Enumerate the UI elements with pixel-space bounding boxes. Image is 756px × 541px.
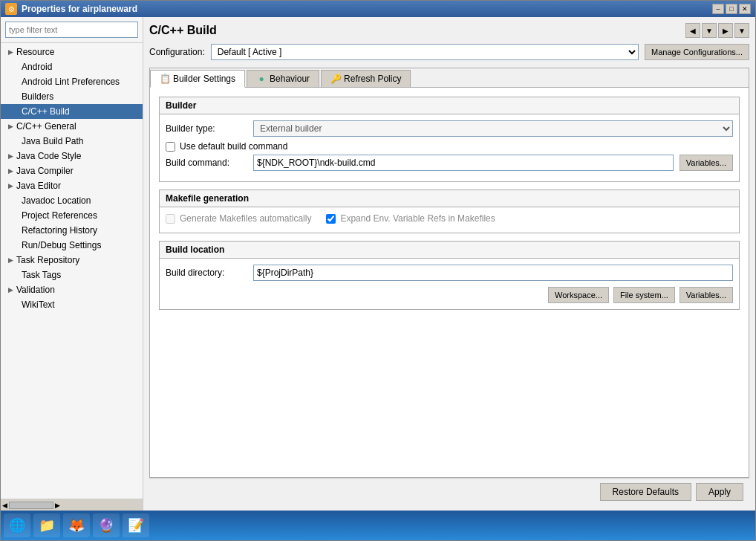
tabs: 📋 Builder Settings ● Behaviour 🔑 Refresh… — [150, 68, 749, 88]
behaviour-icon: ● — [256, 74, 267, 84]
build-dir-input[interactable] — [253, 265, 733, 281]
tab-behaviour[interactable]: ● Behaviour — [247, 70, 319, 87]
sidebar-item-label-java-compiler: Java Compiler — [16, 166, 74, 176]
sidebar-item-label-java-editor: Java Editor — [16, 181, 61, 191]
tab-refresh-policy-label: Refresh Policy — [344, 74, 401, 84]
taskbar-eclipse-icon[interactable]: 🔮 — [93, 514, 120, 537]
sidebar-item-wikitext[interactable]: WikiText — [1, 297, 143, 312]
nav-buttons: ◀ ▼ ▶ ▼ — [685, 23, 749, 38]
forward-dropdown-button[interactable]: ▼ — [734, 23, 749, 38]
main-window: ⚙ Properties for airplaneward – □ ✕ ▶Res… — [0, 0, 756, 541]
taskbar-ie-icon[interactable]: 🌐 — [4, 514, 30, 537]
forward-button[interactable]: ▶ — [718, 23, 733, 38]
expand-arrow-task-repository: ▶ — [8, 256, 13, 264]
scroll-thumb[interactable] — [9, 502, 53, 509]
build-location-buttons: Workspace... File system... Variables... — [166, 287, 733, 303]
expand-env-checkbox[interactable] — [326, 214, 336, 224]
sidebar-item-label-android-lint: Android Lint Preferences — [22, 77, 120, 87]
builder-type-row: Builder type: External builder — [166, 120, 733, 137]
build-command-input[interactable] — [253, 155, 674, 171]
search-box — [1, 17, 143, 43]
tab-builder-settings-label: Builder Settings — [173, 74, 235, 84]
configuration-label: Configuration: — [149, 47, 205, 57]
sidebar-item-cpp-build[interactable]: C/C++ Build — [1, 104, 143, 119]
nav-dropdown-button[interactable]: ▼ — [702, 23, 717, 38]
generate-makefiles-checkbox[interactable] — [166, 214, 175, 224]
sidebar-item-resource[interactable]: ▶Resource — [1, 45, 143, 59]
sidebar-item-java-code-style[interactable]: ▶Java Code Style — [1, 149, 143, 163]
configuration-row: Configuration: Default [ Active ] Manage… — [149, 44, 749, 60]
search-input[interactable] — [5, 22, 138, 38]
tab-panel: 📋 Builder Settings ● Behaviour 🔑 Refresh… — [149, 68, 749, 478]
makefile-section: Makefile generation Generate Makefiles a… — [159, 189, 740, 233]
sidebar-item-label-task-repository: Task Repository — [16, 255, 79, 265]
sidebar-item-task-tags[interactable]: Task Tags — [1, 268, 143, 282]
sidebar-item-label-run-debug-settings: Run/Debug Settings — [22, 240, 101, 250]
sidebar-item-label-java-code-style: Java Code Style — [16, 151, 81, 161]
sidebar-item-android[interactable]: Android — [1, 59, 143, 74]
sidebar-item-label-validation: Validation — [16, 285, 55, 295]
sidebar-item-run-debug-settings[interactable]: Run/Debug Settings — [1, 238, 143, 253]
use-default-cmd-row: Use default build command — [166, 141, 733, 152]
close-button[interactable]: ✕ — [739, 4, 751, 14]
tab-builder-settings[interactable]: 📋 Builder Settings — [150, 70, 245, 88]
sidebar-item-javadoc-location[interactable]: Javadoc Location — [1, 193, 143, 208]
sidebar-item-refactoring-history[interactable]: Refactoring History — [1, 223, 143, 238]
variables-button-2[interactable]: Variables... — [680, 287, 733, 303]
variables-button-1[interactable]: Variables... — [680, 155, 733, 171]
back-button[interactable]: ◀ — [685, 23, 700, 38]
main-panel: C/C++ Build ◀ ▼ ▶ ▼ Configuration: Defau… — [143, 17, 755, 511]
sidebar-item-task-repository[interactable]: ▶Task Repository — [1, 253, 143, 268]
sidebar-item-validation[interactable]: ▶Validation — [1, 282, 143, 297]
taskbar-word-icon[interactable]: 📝 — [123, 514, 149, 537]
builder-section-title: Builder — [160, 97, 739, 114]
sidebar-item-label-refactoring-history: Refactoring History — [22, 225, 97, 236]
build-command-label: Build command: — [166, 158, 247, 168]
builder-type-label: Builder type: — [166, 123, 247, 134]
build-command-row: Build command: Variables... — [166, 155, 733, 171]
refresh-policy-icon: 🔑 — [330, 74, 341, 84]
sidebar-item-project-references[interactable]: Project References — [1, 208, 143, 223]
sidebar-scrollbar[interactable]: ◀ ▶ — [1, 499, 143, 511]
sidebar-item-label-java-build-path: Java Build Path — [22, 136, 83, 146]
expand-arrow-resource: ▶ — [8, 48, 13, 56]
tab-content: Builder Builder type: External builder U… — [150, 88, 749, 477]
build-location-title: Build location — [160, 242, 739, 259]
workspace-button[interactable]: Workspace... — [548, 287, 609, 303]
sidebar-item-cpp-general[interactable]: ▶C/C++ General — [1, 119, 143, 134]
sidebar-item-label-javadoc-location: Javadoc Location — [22, 195, 91, 206]
sidebar-item-java-editor[interactable]: ▶Java Editor — [1, 178, 143, 193]
use-default-cmd-checkbox[interactable] — [166, 142, 175, 152]
expand-arrow-validation: ▶ — [8, 286, 13, 294]
sidebar-item-android-lint[interactable]: Android Lint Preferences — [1, 74, 143, 89]
manage-configurations-button[interactable]: Manage Configurations... — [645, 44, 749, 60]
builder-settings-icon: 📋 — [160, 74, 170, 84]
taskbar-folder-icon[interactable]: 📁 — [33, 514, 60, 537]
apply-button[interactable]: Apply — [696, 483, 743, 501]
sidebar-item-builders[interactable]: Builders — [1, 89, 143, 104]
restore-defaults-button[interactable]: Restore Defaults — [600, 483, 691, 501]
makefile-section-content: Generate Makefiles automatically Expand … — [160, 207, 739, 233]
bottom-bar: Restore Defaults Apply — [149, 478, 749, 505]
window-icon: ⚙ — [5, 3, 17, 15]
main-header: C/C++ Build ◀ ▼ ▶ ▼ — [149, 23, 749, 38]
taskbar-firefox-icon[interactable]: 🦊 — [63, 514, 90, 537]
configuration-select[interactable]: Default [ Active ] — [211, 44, 639, 60]
builder-section: Builder Builder type: External builder U… — [159, 97, 740, 182]
tab-behaviour-label: Behaviour — [270, 74, 310, 84]
sidebar-item-java-compiler[interactable]: ▶Java Compiler — [1, 163, 143, 178]
sidebar-item-java-build-path[interactable]: Java Build Path — [1, 134, 143, 149]
sidebar-item-label-builders: Builders — [22, 91, 53, 102]
sidebar-item-label-cpp-build: C/C++ Build — [22, 106, 70, 117]
tab-refresh-policy[interactable]: 🔑 Refresh Policy — [321, 70, 411, 87]
minimize-button[interactable]: – — [712, 4, 724, 14]
page-title: C/C++ Build — [149, 24, 217, 37]
expand-env-label: Expand Env. Variable Refs in Makefiles — [340, 213, 495, 224]
sidebar: ▶ResourceAndroidAndroid Lint Preferences… — [1, 17, 143, 511]
filesystem-button[interactable]: File system... — [613, 287, 675, 303]
builder-type-select[interactable]: External builder — [253, 120, 733, 137]
maximize-button[interactable]: □ — [726, 4, 737, 14]
sidebar-item-label-wikitext: WikiText — [22, 299, 55, 310]
sidebar-item-label-android: Android — [22, 62, 52, 72]
makefile-section-title: Makefile generation — [160, 190, 739, 207]
